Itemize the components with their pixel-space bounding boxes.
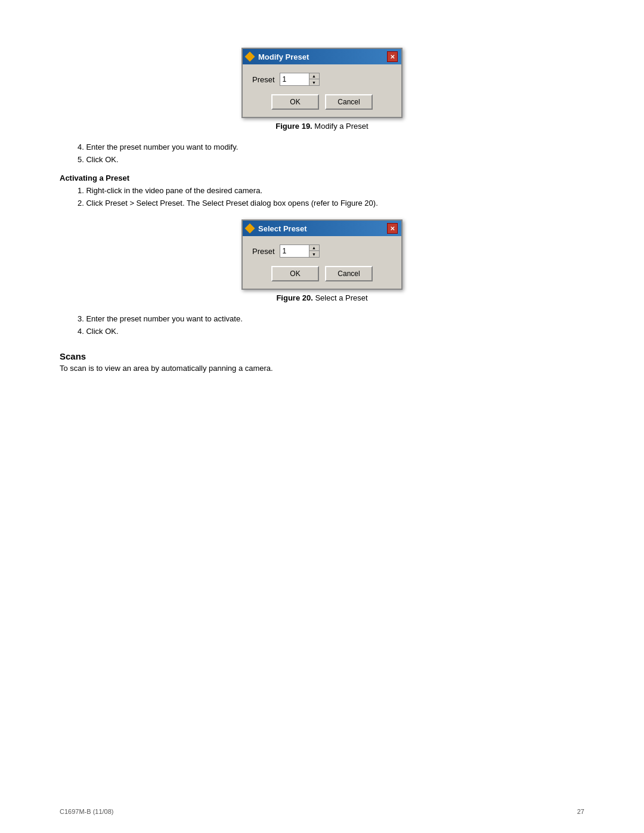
modify-preset-body: Preset ▲ ▼ OK Cancel: [243, 64, 401, 117]
select-preset-ok-button[interactable]: OK: [271, 266, 319, 281]
modify-preset-dialog: Modify Preset ✕ Preset ▲ ▼ OK Ca: [242, 48, 402, 118]
modify-preset-input[interactable]: [280, 73, 309, 85]
select-preset-cancel-button[interactable]: Cancel: [325, 266, 373, 281]
modify-preset-input-wrapper: ▲ ▼: [280, 73, 320, 86]
select-preset-dialog: Select Preset ✕ Preset ▲ ▼ OK Ca: [242, 219, 402, 290]
modify-preset-cancel-button[interactable]: Cancel: [325, 94, 373, 110]
select-preset-close-button[interactable]: ✕: [387, 223, 398, 234]
select-preset-field-label: Preset: [252, 247, 275, 256]
modify-preset-spinner: ▲ ▼: [309, 73, 319, 85]
scans-heading: Scans: [60, 351, 584, 361]
activating-preset-heading: Activating a Preset: [60, 174, 584, 182]
select-preset-spinner: ▲ ▼: [309, 245, 319, 257]
select-step4: 4. Click OK.: [60, 327, 584, 336]
modify-step4: 4. Enter the preset number you want to m…: [60, 143, 584, 151]
figure20-text: Select a Preset: [313, 293, 368, 302]
select-preset-input-wrapper: ▲ ▼: [280, 244, 320, 258]
scans-body: To scan is to view an area by automatica…: [60, 364, 584, 373]
select-preset-dialog-container: Select Preset ✕ Preset ▲ ▼ OK Ca: [60, 219, 584, 290]
select-step3: 3. Enter the preset number you want to a…: [60, 314, 584, 323]
modify-step5: 5. Click OK.: [60, 155, 584, 164]
modify-preset-buttons: OK Cancel: [252, 94, 392, 110]
modify-preset-dialog-container: Modify Preset ✕ Preset ▲ ▼ OK Ca: [60, 48, 584, 118]
select-preset-buttons: OK Cancel: [252, 266, 392, 281]
select-preset-title: Select Preset: [258, 224, 383, 233]
select-preset-body: Preset ▲ ▼ OK Cancel: [243, 236, 401, 289]
select-preset-input[interactable]: [280, 245, 309, 257]
modify-preset-titlebar: Modify Preset ✕: [243, 49, 401, 64]
modify-preset-spinner-up[interactable]: ▲: [309, 73, 319, 79]
activating-step1: 1. Right-click in the video pane of the …: [60, 186, 584, 195]
modify-preset-close-button[interactable]: ✕: [387, 51, 398, 62]
modify-preset-field-label: Preset: [252, 75, 275, 84]
page-footer: C1697M-B (11/08) 27: [60, 808, 584, 815]
figure20-bold: Figure 20.: [276, 293, 312, 302]
modify-preset-title: Modify Preset: [258, 52, 383, 61]
figure19-bold: Figure 19.: [275, 122, 312, 131]
footer-right: 27: [577, 808, 584, 815]
activating-step2: 2. Click Preset > Select Preset. The Sel…: [60, 199, 584, 208]
select-preset-spinner-up[interactable]: ▲: [309, 245, 319, 251]
figure19-caption: Figure 19. Modify a Preset: [60, 122, 584, 131]
select-title-diamond-icon: [245, 224, 255, 234]
footer-left: C1697M-B (11/08): [60, 808, 114, 815]
select-preset-field-row: Preset ▲ ▼: [252, 244, 392, 258]
modify-preset-field-row: Preset ▲ ▼: [252, 73, 392, 86]
modify-preset-spinner-down[interactable]: ▼: [309, 79, 319, 85]
title-diamond-icon: [245, 52, 255, 62]
modify-preset-ok-button[interactable]: OK: [271, 94, 319, 110]
figure20-caption: Figure 20. Select a Preset: [60, 293, 584, 302]
select-preset-spinner-down[interactable]: ▼: [309, 251, 319, 257]
figure19-text: Modify a Preset: [312, 122, 369, 131]
select-preset-titlebar: Select Preset ✕: [243, 221, 401, 236]
